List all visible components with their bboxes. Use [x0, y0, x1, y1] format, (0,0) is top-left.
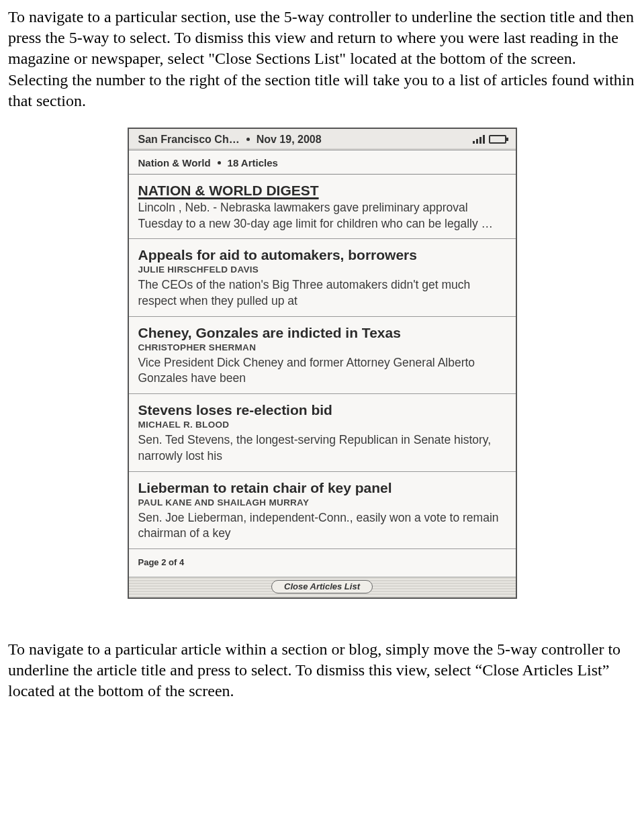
article-byline: CHRISTOPHER SHERMAN: [138, 342, 506, 352]
separator-dot-icon: [218, 161, 221, 164]
article-excerpt: Sen. Ted Stevens, the longest-serving Re…: [138, 432, 506, 464]
article-title: NATION & WORLD DIGEST: [138, 183, 506, 199]
article-excerpt: Lincoln , Neb. - Nebraska lawmakers gave…: [138, 200, 506, 232]
header-title-group: San Francisco Ch… Nov 19, 2008: [138, 134, 322, 146]
article-excerpt: Sen. Joe Lieberman, independent-Conn., e…: [138, 510, 506, 542]
article-excerpt: Vice President Dick Cheney and former At…: [138, 355, 506, 387]
newspaper-name: San Francisco Ch…: [138, 134, 240, 146]
instruction-paragraph-bottom: To navigate to a particular article with…: [8, 639, 636, 702]
article-excerpt: The CEOs of the nation's Big Three autom…: [138, 277, 506, 309]
instruction-paragraph-top: To navigate to a particular section, use…: [8, 7, 636, 111]
section-bar: Nation & World 18 Articles: [129, 150, 516, 175]
device-top-bar: San Francisco Ch… Nov 19, 2008: [129, 129, 516, 150]
section-name: Nation & World: [138, 157, 211, 169]
close-articles-list-button[interactable]: Close Articles List: [271, 580, 373, 593]
signal-icon: [473, 135, 485, 144]
section-article-count: 18 Articles: [228, 157, 278, 169]
article-list-item[interactable]: NATION & WORLD DIGEST Lincoln , Neb. - N…: [129, 175, 516, 239]
header-date: Nov 19, 2008: [257, 134, 322, 146]
device-screen: San Francisco Ch… Nov 19, 2008 Nation & …: [128, 128, 517, 599]
article-byline: MICHAEL R. BLOOD: [138, 420, 506, 430]
device-screenshot-wrapper: San Francisco Ch… Nov 19, 2008 Nation & …: [8, 128, 636, 599]
battery-icon: [489, 135, 506, 144]
article-list-item[interactable]: Cheney, Gonzales are indicted in Texas C…: [129, 317, 516, 394]
status-icons: [473, 135, 506, 144]
article-byline: PAUL KANE AND SHAILAGH MURRAY: [138, 497, 506, 508]
article-list-item[interactable]: Appeals for aid to automakers, borrowers…: [129, 239, 516, 316]
article-title: Lieberman to retain chair of key panel: [138, 480, 506, 496]
page-indicator: Page 2 of 4: [129, 549, 516, 577]
article-byline: JULIE HIRSCHFELD DAVIS: [138, 265, 506, 275]
separator-dot-icon: [246, 138, 250, 141]
article-list-item[interactable]: Lieberman to retain chair of key panel P…: [129, 472, 516, 549]
article-title: Stevens loses re-election bid: [138, 402, 506, 418]
article-title: Appeals for aid to automakers, borrowers: [138, 247, 506, 263]
article-title: Cheney, Gonzales are indicted in Texas: [138, 325, 506, 341]
close-bar: Close Articles List: [129, 577, 516, 597]
article-list-item[interactable]: Stevens loses re-election bid MICHAEL R.…: [129, 394, 516, 471]
